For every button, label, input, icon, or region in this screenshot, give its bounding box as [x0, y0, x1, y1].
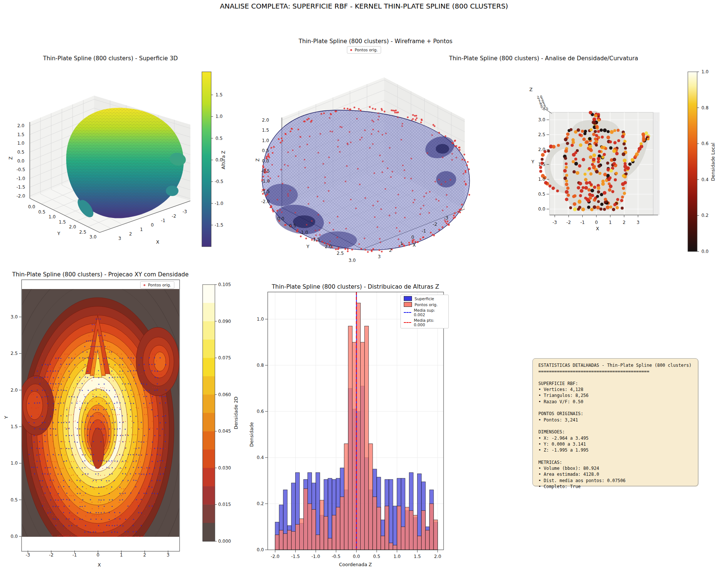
tick-label: 2.0 [434, 554, 441, 559]
projection-ylabel: Y [3, 416, 9, 419]
tick-label: 3 [118, 236, 121, 241]
tick-label: 1.0 [215, 114, 222, 119]
tick-label: -1 [73, 552, 77, 558]
tick-label: 0.5 [17, 150, 24, 155]
tick-label: 0.0 [701, 249, 708, 254]
tick-label: 0 [97, 552, 100, 558]
tick-label: 0.5 [38, 209, 45, 215]
wireframe-zlabel: Z [255, 158, 260, 162]
surface3d-xlabel: X [156, 239, 160, 245]
tick-label: 1.5 [538, 162, 545, 167]
density3d-zlabel: Z [529, 87, 533, 92]
figure-canvas: ANALISE COMPLETA: SUPERFICIE RBF - KERNE… [0, 0, 728, 571]
tick-label: 0.000 [218, 539, 231, 544]
surface3d-zlabel: Z [8, 157, 13, 160]
tick-label: 1.5 [262, 128, 269, 133]
histogram-xlabel: Coordenada Z [339, 562, 372, 567]
blue-patch-icon [404, 296, 412, 301]
tick-label: 1.0 [301, 230, 308, 235]
tick-label: -1.5 [215, 222, 223, 228]
tick-label: 0.2 [257, 501, 264, 506]
tick-label: 1 [120, 552, 123, 558]
tick-label: -0.5 [261, 169, 270, 174]
tick-label: 2.0 [10, 388, 17, 393]
salmon-patch-icon [404, 302, 412, 307]
tick-label: 0.045 [218, 429, 231, 434]
red-point-icon [144, 284, 145, 286]
tick-label: 3.0 [348, 258, 355, 263]
tick-label: 0.8 [701, 105, 708, 110]
projection-legend: Pontos orig. [140, 281, 174, 289]
tick-label: 1 [609, 220, 612, 225]
density3d-title: Thin-Plate Spline (800 clusters) - Anali… [449, 55, 638, 62]
tick-label: 0.8 [257, 363, 264, 368]
tick-label: 2.5 [538, 132, 545, 137]
tick-label: 2 [623, 220, 626, 225]
tick-label: -2.0 [16, 193, 25, 199]
tick-label: 1.0 [10, 461, 17, 466]
tick-label: -2 [172, 214, 176, 219]
tick-label: 1.5 [215, 92, 222, 97]
density3d-ylabel: Y [531, 159, 534, 164]
tick-label: 0 [595, 220, 598, 225]
surface3d-colorbar [202, 72, 211, 247]
tick-label: 0.0 [17, 158, 24, 164]
histogram-title: Thin-Plate Spline (800 clusters) - Distr… [272, 283, 439, 290]
tick-label: 0.0 [215, 157, 222, 163]
tick-label: 0.6 [257, 409, 264, 414]
tick-label: 1.0 [48, 214, 55, 219]
tick-label: 2.5 [336, 251, 344, 256]
tick-label: -2 [433, 222, 437, 227]
tick-label: 0.090 [218, 319, 231, 324]
red-dashed-line-icon [404, 322, 411, 323]
tick-label: 1.5 [414, 554, 421, 559]
tick-label: 0 [151, 222, 154, 228]
tick-label: 3 [167, 552, 170, 558]
wireframe-xlabel: X [413, 242, 416, 248]
projection-xlabel: X [98, 562, 101, 568]
tick-label: 0.0 [262, 158, 269, 164]
tick-label: 2 [143, 552, 146, 558]
tick-label: -1.5 [261, 189, 270, 194]
tick-label: 1.0 [538, 177, 545, 182]
tick-label: -3 [444, 215, 448, 221]
tick-label: 0.5 [215, 136, 222, 141]
tick-label: 0.105 [218, 282, 231, 287]
tick-label: -1.0 [215, 201, 223, 206]
histogram-legend-superficie: Superficie [415, 296, 434, 301]
tick-label: 2.0 [262, 118, 269, 123]
projection-contour [0, 247, 202, 571]
tick-label: -1.5 [291, 554, 300, 559]
tick-label: 0.5 [10, 497, 17, 503]
surface3d-title: Thin-Plate Spline (800 clusters) - Super… [43, 55, 178, 62]
tick-label: 2.0 [69, 224, 76, 230]
density3d-colorbar [688, 72, 697, 251]
statistics-text: ESTATISTICAS DETALHADAS - Thin-Plate Spl… [538, 362, 692, 490]
tick-label: 1.5 [17, 132, 24, 137]
tick-label: 0.0 [10, 534, 17, 539]
tick-label: 2.0 [17, 123, 24, 128]
tick-label: -1.0 [312, 554, 320, 559]
tick-label: 3 [637, 220, 640, 225]
tick-label: -1 [422, 228, 426, 234]
histogram-ylabel: Densidade [249, 422, 254, 447]
blue-dashed-line-icon [404, 312, 411, 313]
tick-label: 0.030 [218, 465, 231, 471]
tick-label: 0.4 [701, 177, 708, 182]
tick-label: 1.0 [262, 138, 269, 143]
tick-label: -3 [553, 220, 557, 225]
projection-legend-label: Pontos orig. [148, 283, 171, 287]
tick-label: 1.5 [10, 424, 17, 429]
tick-label: 0.0 [353, 554, 360, 559]
tick-label: 0.2 [701, 213, 708, 218]
tick-label: 0.015 [218, 502, 231, 507]
tick-label: 0.060 [218, 392, 231, 397]
tick-label: -2 [49, 552, 54, 558]
wireframe-legend: Pontos orig. [347, 46, 381, 54]
tick-label: 0.0 [28, 204, 35, 209]
figure-title: ANALISE COMPLETA: SUPERFICIE RBF - KERNE… [220, 2, 508, 10]
tick-label: -2.0 [261, 199, 270, 204]
projection-colorbar-label: Densidade 2D [233, 397, 239, 429]
histogram-legend: Superficie Pontos orig. Media sup: 0.002… [400, 295, 449, 328]
tick-label: 0 [411, 235, 414, 240]
